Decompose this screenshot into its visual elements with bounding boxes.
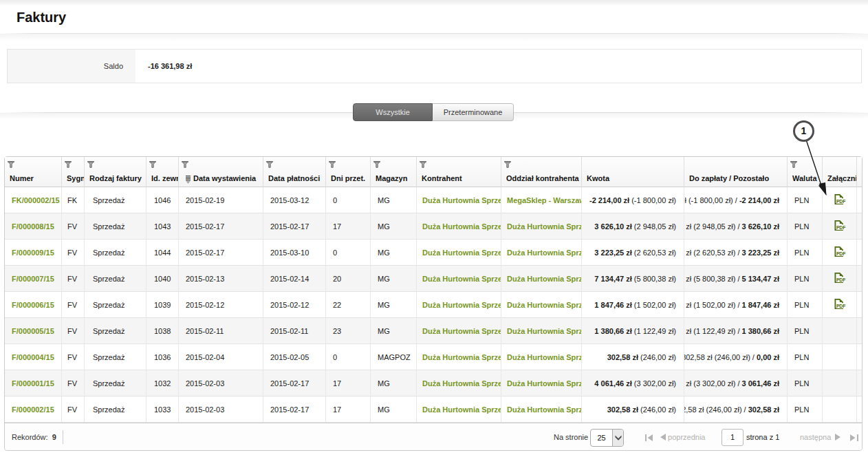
svg-text:PDF: PDF	[836, 251, 845, 256]
svg-text:PDF: PDF	[836, 304, 845, 308]
svg-text:PDF: PDF	[836, 277, 845, 282]
svg-text:PDF: PDF	[836, 225, 845, 230]
